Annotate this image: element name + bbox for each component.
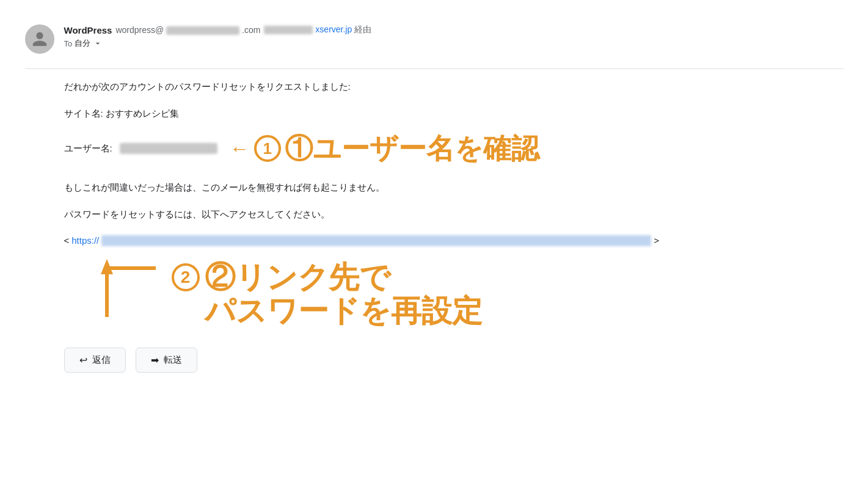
person-icon bbox=[31, 31, 48, 48]
site-line: サイト名: おすすめレシピ集 bbox=[64, 106, 844, 122]
sender-info: WordPress wordpress@ .com xserver.jp 経由 … bbox=[64, 24, 372, 49]
circle-1: 1 bbox=[254, 135, 281, 162]
username-line: ユーザー名: bbox=[64, 140, 217, 156]
email-actions: ↩ 返信 ➡ 転送 bbox=[25, 348, 844, 373]
link-open-bracket: < bbox=[64, 233, 70, 249]
annotation2-line1: 2 ②リンク先で bbox=[172, 261, 483, 294]
link-line: < https:// > bbox=[64, 233, 844, 249]
forward-button[interactable]: ➡ 転送 bbox=[136, 348, 197, 373]
recipient-line: To 自分 bbox=[64, 38, 372, 49]
sender-line: WordPress wordpress@ .com xserver.jp 経由 bbox=[64, 24, 372, 35]
link-section: < https:// > bbox=[64, 233, 844, 328]
email-domain-blurred bbox=[166, 26, 239, 35]
orange-arrow-right-icon: ← bbox=[230, 132, 249, 165]
link-close-bracket: > bbox=[654, 233, 659, 249]
link-https-prefix: https:// bbox=[71, 233, 99, 249]
annotation2-line2: パスワードを再設定 bbox=[205, 294, 483, 328]
sender-name: WordPress bbox=[64, 25, 112, 35]
site-name: おすすめレシピ集 bbox=[106, 108, 179, 119]
arrow-up-container bbox=[89, 256, 162, 328]
dropdown-arrow-icon[interactable] bbox=[93, 38, 103, 48]
forward-label: 転送 bbox=[164, 354, 182, 366]
sender-email: wordpress@ .com bbox=[115, 25, 260, 35]
recipient-name: 自分 bbox=[75, 38, 90, 49]
via-server: xserver.jp 経由 bbox=[264, 24, 371, 35]
annotation2-text-container: 2 ②リンク先で パスワードを再設定 bbox=[172, 261, 483, 328]
server-blurred bbox=[264, 26, 313, 34]
body-line4: パスワードをリセットするには、以下へアクセスしてください。 bbox=[64, 206, 844, 222]
username-value-blurred bbox=[120, 143, 217, 154]
avatar bbox=[25, 24, 54, 54]
annotation1-area: ユーザー名: ← 1①ユーザー名を確認 bbox=[64, 132, 844, 165]
circle-2: 2 bbox=[172, 263, 200, 291]
email-body: だれかが次のアカウントのパスワードリセットをリクエストしました: サイト名: お… bbox=[25, 79, 844, 328]
link-url-blurred[interactable] bbox=[101, 235, 651, 246]
reply-button[interactable]: ↩ 返信 bbox=[64, 348, 126, 373]
up-arrow-icon bbox=[89, 256, 162, 323]
annotation2-area: 2 ②リンク先で パスワードを再設定 bbox=[64, 256, 844, 328]
email-header: WordPress wordpress@ .com xserver.jp 経由 … bbox=[25, 24, 844, 54]
forward-icon: ➡ bbox=[151, 354, 159, 366]
body-line1: だれかが次のアカウントのパスワードリセットをリクエストしました: bbox=[64, 79, 844, 95]
username-label: ユーザー名: bbox=[64, 140, 112, 156]
reply-label: 返信 bbox=[92, 354, 111, 366]
annotation1-text: 1①ユーザー名を確認 bbox=[254, 134, 539, 162]
reply-icon: ↩ bbox=[79, 354, 87, 366]
site-label: サイト名: bbox=[64, 108, 103, 119]
email-container: WordPress wordpress@ .com xserver.jp 経由 … bbox=[25, 12, 844, 385]
recipient-prefix: To bbox=[64, 39, 73, 48]
divider bbox=[25, 68, 844, 69]
body-line3: もしこれが間違いだった場合は、このメールを無視すれば何も起こりません。 bbox=[64, 180, 844, 195]
